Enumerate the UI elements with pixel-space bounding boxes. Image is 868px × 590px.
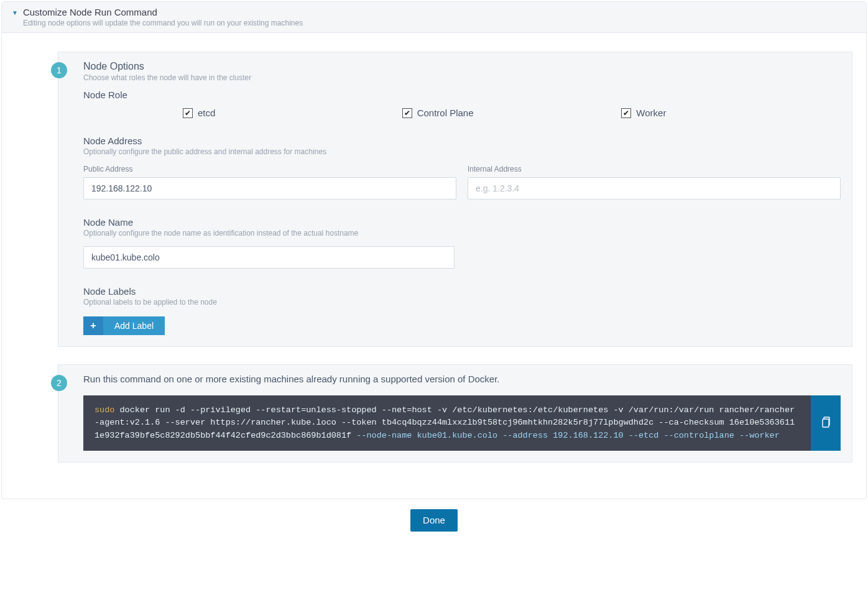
role-worker[interactable]: ✔ Worker [621, 108, 841, 118]
step-2-badge: 2 [51, 375, 67, 391]
panel-title: Customize Node Run Command [23, 7, 856, 17]
node-options-subtitle: Choose what roles the node will have in … [83, 73, 841, 82]
add-label-text: Add Label [103, 316, 165, 335]
node-labels-subtitle: Optional labels to be applied to the nod… [83, 298, 841, 307]
node-labels-title: Node Labels [83, 286, 841, 297]
node-name-title: Node Name [83, 217, 841, 228]
cmd-flags: --node-name kube01.kube.colo --address 1… [356, 431, 780, 440]
node-name-row [83, 246, 455, 269]
role-control-plane-label: Control Plane [417, 108, 474, 118]
public-address-group: Public Address [83, 165, 456, 200]
svg-rect-0 [823, 419, 829, 427]
step-2-box: 2 Run this command on one or more existi… [58, 364, 852, 463]
internal-address-label: Internal Address [468, 165, 841, 173]
done-button[interactable]: Done [410, 509, 458, 532]
chevron-down-icon: ▼ [12, 9, 18, 16]
node-role-label: Node Role [83, 90, 841, 100]
panel-header-text: Customize Node Run Command Editing node … [23, 7, 856, 27]
copy-command-button[interactable] [811, 395, 841, 451]
node-options-title: Node Options [83, 61, 841, 72]
checkbox-etcd[interactable]: ✔ [183, 108, 193, 118]
command-row: sudo docker run -d --privileged --restar… [83, 395, 841, 451]
public-address-input[interactable] [83, 177, 456, 200]
node-name-subtitle: Optionally configure the node name as id… [83, 229, 841, 237]
address-row: Public Address Internal Address [83, 165, 841, 200]
step-1-badge: 1 [51, 62, 67, 78]
node-role-row: ✔ etcd ✔ Control Plane ✔ Worker [83, 108, 841, 118]
role-worker-label: Worker [636, 108, 666, 118]
role-etcd-label: etcd [198, 108, 215, 118]
checkbox-control-plane[interactable]: ✔ [402, 108, 412, 118]
customize-node-run-command-panel: ▼ Customize Node Run Command Editing nod… [1, 1, 867, 499]
cmd-sudo: sudo [95, 405, 114, 415]
node-name-input[interactable] [83, 246, 455, 269]
node-address-title: Node Address [83, 136, 841, 146]
add-label-button[interactable]: + Add Label [83, 316, 165, 335]
command-block[interactable]: sudo docker run -d --privileged --restar… [83, 395, 811, 451]
plus-icon: + [83, 316, 103, 335]
clipboard-icon [820, 417, 831, 429]
role-control-plane[interactable]: ✔ Control Plane [402, 108, 622, 118]
public-address-label: Public Address [83, 165, 456, 173]
internal-address-input[interactable] [468, 177, 841, 200]
role-etcd[interactable]: ✔ etcd [183, 108, 402, 118]
checkbox-worker[interactable]: ✔ [621, 108, 631, 118]
panel-subtitle: Editing node options will update the com… [23, 19, 856, 27]
panel-body: 1 Node Options Choose what roles the nod… [2, 33, 866, 499]
panel-header[interactable]: ▼ Customize Node Run Command Editing nod… [2, 2, 866, 33]
step-1-box: 1 Node Options Choose what roles the nod… [58, 52, 852, 347]
step-2-title: Run this command on one or more existing… [83, 374, 841, 384]
internal-address-group: Internal Address [468, 165, 841, 200]
node-address-subtitle: Optionally configure the public address … [83, 147, 841, 156]
